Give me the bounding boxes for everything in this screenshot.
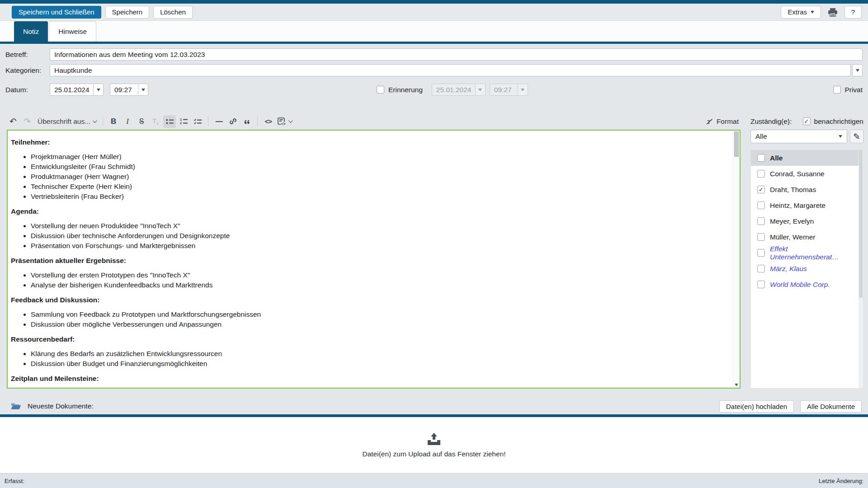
upload-icon bbox=[426, 432, 442, 446]
undo-button[interactable]: ↶ bbox=[7, 115, 19, 128]
blockquote-button[interactable]: “ bbox=[241, 115, 253, 128]
horizontal-rule-icon: — bbox=[216, 117, 222, 126]
subject-input[interactable] bbox=[50, 48, 863, 61]
ordered-list-icon: 1 2 bbox=[180, 118, 188, 125]
assignee-checkbox[interactable] bbox=[757, 217, 765, 225]
chevron-down-icon bbox=[288, 118, 293, 123]
editor-work-area: Teilnehmer:Projektmanager (Herr Müller)E… bbox=[0, 130, 868, 389]
note-heading: Zeitplan und Meilensteine: bbox=[11, 374, 726, 383]
caret-down-icon bbox=[97, 89, 100, 91]
toolbar-separator bbox=[103, 117, 103, 126]
subject-row: Betreff: bbox=[5, 48, 863, 61]
strikethrough-button[interactable]: S bbox=[135, 115, 148, 128]
assignee-row[interactable]: März, Klaus bbox=[751, 261, 863, 277]
format-button[interactable]: T Format bbox=[704, 115, 741, 128]
assignee-row[interactable]: Heintz, Margarete bbox=[751, 197, 863, 213]
reminder-group: Erinnerung bbox=[377, 84, 528, 96]
assignees-label: Zuständig(e): bbox=[750, 117, 792, 126]
assignee-checkbox[interactable] bbox=[757, 249, 765, 257]
italic-button[interactable]: I bbox=[121, 115, 134, 128]
assignee-checkbox[interactable] bbox=[757, 281, 765, 288]
caret-down-icon bbox=[521, 89, 524, 91]
task-list-button[interactable] bbox=[191, 115, 204, 128]
subject-label: Betreff: bbox=[5, 51, 50, 59]
code-block-dropdown-button[interactable]: <> bbox=[276, 115, 293, 128]
bold-icon: B bbox=[111, 117, 116, 126]
strikethrough-icon: S bbox=[139, 117, 144, 126]
delete-button[interactable]: Löschen bbox=[153, 6, 193, 19]
assignee-row[interactable]: World Mobile Corp. bbox=[751, 277, 863, 292]
print-button[interactable] bbox=[825, 6, 840, 19]
recent-documents-label: Neueste Dokumente: bbox=[28, 402, 94, 410]
note-heading: Teilnehmer: bbox=[11, 138, 726, 146]
save-and-close-button[interactable]: Speichern und Schließen bbox=[12, 6, 101, 19]
note-heading: Ressourcenbedarf: bbox=[11, 335, 726, 343]
note-bullet: Projektmanager (Herr Müller) bbox=[31, 152, 726, 162]
assignee-row[interactable]: Conrad, Susanne bbox=[751, 166, 863, 182]
tab-notiz[interactable]: Notiz bbox=[14, 21, 48, 42]
private-checkbox[interactable] bbox=[833, 86, 841, 94]
assignee-checkbox[interactable] bbox=[757, 154, 765, 162]
assignee-row[interactable]: Effekt Unternehmensberat… bbox=[751, 245, 863, 261]
assignee-row[interactable]: Alle bbox=[751, 150, 863, 166]
editor-scrollbar[interactable] bbox=[733, 131, 740, 388]
time-dropdown-button[interactable] bbox=[138, 84, 148, 96]
notify-checkbox[interactable] bbox=[803, 117, 811, 125]
extras-dropdown-button[interactable]: Extras bbox=[781, 6, 821, 19]
scroll-down-icon[interactable] bbox=[735, 384, 738, 386]
assignee-checkbox[interactable] bbox=[757, 186, 765, 193]
assignee-checkbox[interactable] bbox=[757, 170, 765, 178]
assignee-row[interactable]: Draht, Thomas bbox=[751, 182, 863, 197]
categories-input[interactable] bbox=[50, 64, 851, 76]
editor-scrollbar-thumb[interactable] bbox=[734, 131, 739, 157]
assignee-filter-select[interactable]: Alle bbox=[750, 130, 847, 143]
reminder-time-input bbox=[490, 84, 518, 96]
clear-formatting-button[interactable]: Tx bbox=[149, 115, 162, 128]
note-editor[interactable]: Teilnehmer:Projektmanager (Herr Müller)E… bbox=[7, 130, 741, 389]
note-bullet-list: Vorstellung der neuen Produktidee "InnoT… bbox=[11, 221, 726, 251]
categories-dropdown-button[interactable] bbox=[852, 64, 863, 76]
link-button[interactable] bbox=[226, 115, 239, 128]
ordered-list-button[interactable]: 1 2 bbox=[177, 115, 190, 128]
inline-code-button[interactable]: <> bbox=[262, 115, 274, 128]
note-bullet-list: Sammlung von Feedback zu Prototypen und … bbox=[11, 310, 726, 329]
reminder-date-combo bbox=[432, 84, 486, 96]
bold-button[interactable]: B bbox=[107, 115, 120, 128]
heading-style-dropdown[interactable]: Überschrift aus... bbox=[35, 115, 99, 128]
save-button[interactable]: Speichern bbox=[105, 6, 150, 19]
bullet-list-button[interactable] bbox=[163, 115, 176, 128]
tab-strip: Notiz Hinweise bbox=[0, 21, 868, 42]
note-content[interactable]: Teilnehmer:Projektmanager (Herr Müller)E… bbox=[8, 131, 740, 388]
assignee-checkbox[interactable] bbox=[757, 265, 765, 272]
assignee-list-scrollbar[interactable] bbox=[859, 150, 863, 388]
edit-assignees-button[interactable]: ✎ bbox=[850, 130, 863, 143]
reminder-time-dropdown-button bbox=[518, 84, 528, 96]
date-dropdown-button[interactable] bbox=[93, 84, 104, 96]
all-documents-button[interactable]: Alle Dokumente bbox=[800, 400, 862, 413]
private-group: Privat bbox=[833, 86, 863, 94]
note-bullet: Entwicklungsleiter (Frau Schmidt) bbox=[31, 162, 726, 172]
note-bullet: Vertriebsleiterin (Frau Becker) bbox=[31, 192, 726, 202]
reminder-checkbox[interactable] bbox=[377, 86, 384, 94]
assignee-checkbox[interactable] bbox=[757, 202, 765, 209]
horizontal-rule-button[interactable]: — bbox=[212, 115, 225, 128]
editor-toolbar: ↶ ↷ Überschrift aus... B I S Tx bbox=[7, 115, 741, 128]
file-dropzone[interactable]: Datei(en) zum Upload auf das Fenster zie… bbox=[0, 417, 868, 473]
task-list-icon bbox=[194, 118, 202, 125]
assignee-row[interactable]: Meyer, Evelyn bbox=[751, 213, 863, 229]
upload-files-button[interactable]: Datei(en) hochladen bbox=[719, 400, 794, 413]
date-input[interactable] bbox=[50, 84, 93, 96]
assignee-name: Meyer, Evelyn bbox=[770, 217, 814, 225]
time-input[interactable] bbox=[110, 84, 138, 96]
assignee-row[interactable]: Müller, Werner bbox=[751, 229, 863, 245]
blockquote-icon: “ bbox=[244, 122, 250, 127]
tab-hinweise[interactable]: Hinweise bbox=[49, 21, 96, 42]
redo-button[interactable]: ↷ bbox=[21, 115, 33, 128]
editor-toolbar-row: ↶ ↷ Überschrift aus... B I S Tx bbox=[0, 113, 868, 130]
assignee-scrollbar-thumb[interactable] bbox=[859, 150, 863, 298]
assignee-filter-value: Alle bbox=[755, 132, 767, 141]
assignee-checkbox[interactable] bbox=[757, 233, 765, 241]
reminder-time-combo bbox=[490, 84, 528, 96]
help-button[interactable]: ? bbox=[844, 6, 862, 19]
date-combo bbox=[50, 84, 104, 96]
